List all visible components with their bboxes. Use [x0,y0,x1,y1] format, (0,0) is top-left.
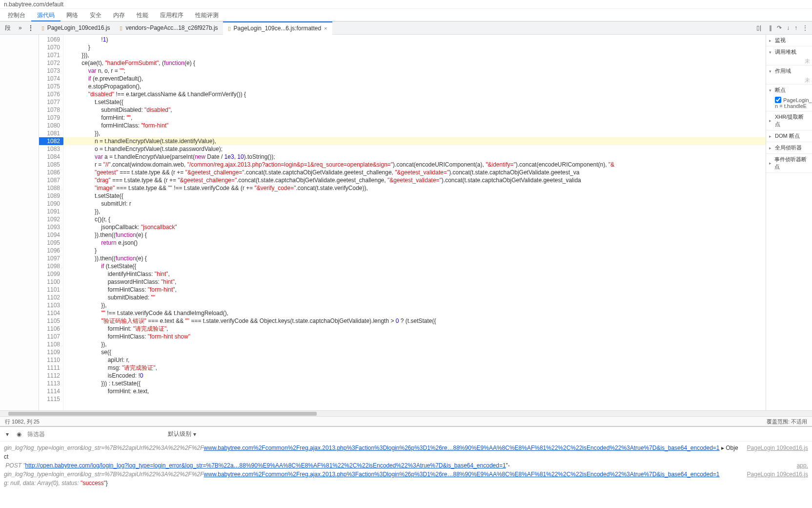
console-link[interactable]: http://open.babytree.com/log/login_log?l… [25,462,506,469]
devtools-tab-5[interactable]: 性能 [131,9,154,21]
line-number[interactable]: 1092 [39,215,63,223]
breakpoint-entry[interactable]: PageLogin_109c [775,97,810,103]
line-number[interactable]: 1095 [39,239,63,247]
console-output[interactable]: gin_log?log_type=login_error&log_str=%7B… [0,442,812,508]
line-number[interactable]: 1112 [39,372,63,380]
debug-section[interactable]: 调用堆栈未 [766,46,812,65]
section-header[interactable]: 全局侦听器 [766,142,812,153]
line-number[interactable]: 1086 [39,169,63,176]
console-filter-input[interactable] [27,431,164,438]
section-header[interactable]: 断点 [766,85,812,96]
line-number[interactable]: 1115 [39,395,63,403]
debug-section[interactable]: 全局侦听器 [766,142,812,154]
line-number[interactable]: 1096 [39,247,63,254]
code-editor[interactable]: !1) } })), ce(ae(t), "handleFormSubmit",… [63,35,766,410]
line-number[interactable]: 1103 [39,301,63,309]
line-number[interactable]: 1082 [39,137,63,145]
debug-section[interactable]: 监视 [766,35,812,46]
line-number[interactable]: 1087 [39,176,63,184]
eye-icon[interactable]: ◉ [15,431,23,438]
line-number[interactable]: 1085 [39,161,63,169]
line-number[interactable]: 1078 [39,106,63,114]
console-link[interactable]: www.babytree.com%2Fcommon%2Freg.ajax.201… [204,444,720,451]
line-number[interactable]: 1098 [39,262,63,270]
devtools-tab-7[interactable]: 性能评测 [189,9,224,21]
console-source-link[interactable]: app. [797,461,808,470]
devtools-tab-4[interactable]: 内存 [107,9,131,21]
devtools-tab-1[interactable]: 源代码 [31,9,61,21]
line-number[interactable]: 1070 [39,43,63,51]
line-number[interactable]: 1109 [39,348,63,356]
horizontal-scrollbar[interactable] [0,410,812,416]
line-number[interactable]: 1105 [39,317,63,325]
step-over-icon[interactable]: ↷ [777,24,782,31]
debug-section[interactable]: 断点PageLogin_109cn = t.handleE [766,85,812,111]
line-gutter[interactable]: 1069107010711072107310741075107610771078… [39,35,63,410]
devtools-tab-3[interactable]: 安全 [84,9,107,21]
line-number[interactable]: 1104 [39,309,63,317]
line-number[interactable]: 1071 [39,51,63,59]
more-menu-icon[interactable]: ⋮ [25,24,37,31]
breakpoint-checkbox[interactable] [775,97,781,103]
line-number[interactable]: 1106 [39,325,63,333]
section-header[interactable]: 作用域 [766,65,812,77]
line-number[interactable]: 1114 [39,387,63,395]
step-into-icon[interactable]: ↓ [787,24,790,31]
console-source-link[interactable]: PageLogin 109ced16.js [747,470,808,479]
console-row[interactable]: POST "http://open.babytree.com/log/login… [4,461,808,470]
step-out-icon[interactable]: ↑ [794,24,797,31]
more-snippets[interactable]: » [16,24,25,31]
line-number[interactable]: 1080 [39,122,63,129]
line-number[interactable]: 1093 [39,223,63,231]
line-number[interactable]: 1113 [39,380,63,387]
navigator-sidebar[interactable] [0,35,39,410]
console-link[interactable]: www.babytree.com%2Fcommon%2Freg.ajax.201… [204,471,720,478]
line-number[interactable]: 1083 [39,145,63,153]
devtools-tab-2[interactable]: 网络 [61,9,84,21]
debug-section[interactable]: DOM 断点 [766,130,812,142]
line-number[interactable]: 1094 [39,231,63,239]
console-source-link[interactable]: PageLogin 109ced16.js [747,444,808,461]
console-sidebar-toggle-icon[interactable]: ▾ [4,431,11,438]
line-number[interactable]: 1099 [39,270,63,278]
line-number[interactable]: 1077 [39,98,63,106]
file-tab-0[interactable]: ▯PageLogin_109ced16.js [37,21,115,35]
line-number[interactable]: 1073 [39,67,63,75]
line-number[interactable]: 1102 [39,294,63,301]
line-number[interactable]: 1072 [39,59,63,67]
line-number[interactable]: 1081 [39,129,63,137]
section-header[interactable]: 事件侦听器断点 [766,154,812,172]
debug-section[interactable]: XHR/提取断点 [766,111,812,130]
line-number[interactable]: 1101 [39,286,63,294]
console-row[interactable]: gin_log?log_type=login_error&log_str=%7B… [4,444,808,461]
line-number[interactable]: 1076 [39,90,63,98]
line-number[interactable]: 1089 [39,192,63,200]
address-bar[interactable]: n.babytree.com/default [0,0,812,9]
line-number[interactable]: 1108 [39,340,63,348]
section-header[interactable]: 调用堆栈 [766,46,812,58]
section-header[interactable]: DOM 断点 [766,130,812,142]
line-number[interactable]: 1084 [39,153,63,161]
line-number[interactable]: 1075 [39,83,63,90]
pause-icon[interactable]: ‖ [769,24,772,31]
debug-section[interactable]: 事件侦听器断点 [766,154,812,173]
line-number[interactable]: 1110 [39,356,63,364]
section-header[interactable]: 监视 [766,35,812,46]
deactivate-bp-icon[interactable]: ⋮ [802,24,808,31]
snippets-tab[interactable]: 段 [0,24,16,32]
file-tab-1[interactable]: ▯vendors~PageAcc...18_c26f927b.js [115,21,223,35]
line-number[interactable]: 1069 [39,36,63,43]
line-number[interactable]: 1074 [39,75,63,83]
line-number[interactable]: 1079 [39,114,63,122]
console-row[interactable]: gin_log?log_type=login_error&log_str=%7B… [4,470,808,479]
line-number[interactable]: 1097 [39,254,63,262]
line-number[interactable]: 1107 [39,333,63,340]
line-number[interactable]: 1090 [39,200,63,208]
file-tab-2[interactable]: ▯PageLogin_109ce...6.js:formatted× [223,21,332,35]
show-navigator-icon[interactable]: ▯| [752,24,765,31]
section-header[interactable]: XHR/提取断点 [766,111,812,130]
line-number[interactable]: 1100 [39,278,63,286]
log-level-dropdown[interactable]: 默认级别 ▾ [168,430,196,438]
line-number[interactable]: 1091 [39,208,63,215]
console-row[interactable]: g: null, data: Array(0), status: "succes… [4,479,808,487]
